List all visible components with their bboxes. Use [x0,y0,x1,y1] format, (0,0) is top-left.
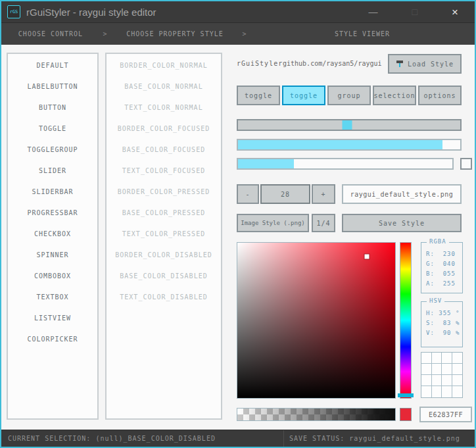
save-style-button[interactable]: Save Style [342,214,462,232]
hsv-value-row: S: 83 % [426,318,462,328]
swatch-cell[interactable] [432,364,442,375]
controls-list-item[interactable]: CHECKBOX [8,224,97,245]
properties-list-item[interactable]: TEXT_COLOR_PRESSED [107,224,221,245]
repo-url-label: github.com/raysan5/raygui [283,54,382,74]
breadcrumb-choose-control: CHOOSE CONTROL [1,30,100,37]
app-icon: rGS [7,5,20,18]
window-controls: — □ × [369,7,469,18]
properties-list: BORDER_COLOR_NORMALBASE_COLOR_NORMALTEXT… [105,53,222,420]
breadcrumb-separator: > [100,30,110,37]
swatch-cell[interactable] [442,353,452,364]
rgba-rows: R: 230G: 040B: 055A: 255 [421,243,462,289]
properties-list-item[interactable]: BASE_COLOR_NORMAL [107,76,221,97]
controls-list-item[interactable]: BUTTON [8,97,97,118]
load-style-button[interactable]: Load Style [388,54,462,74]
rgba-value-row: A: 255 [426,279,462,289]
value-bar-fill [238,159,294,168]
toggle-button[interactable]: toggle [237,86,280,105]
swatch-cell[interactable] [452,353,463,364]
swatch-cell[interactable] [452,364,463,375]
controls-list-item[interactable]: LABELBUTTON [8,76,97,97]
controls-list-item[interactable]: LISTVIEW [8,308,97,329]
properties-list-item[interactable]: TEXT_COLOR_DISABLED [107,287,221,308]
rgba-value-row: B: 055 [426,269,462,279]
swatch-cell[interactable] [432,375,442,386]
swatch-cell[interactable] [452,375,463,386]
properties-list-item[interactable]: TEXT_COLOR_FOCUSED [107,161,221,182]
controls-list-item[interactable]: TEXTBOX [8,287,97,308]
main-area: DEFAULTLABELBUTTONBUTTONTOGGLETOGGLEGROU… [1,45,475,430]
spinner-value[interactable]: 28 [260,184,310,204]
hue-bar[interactable] [400,242,412,399]
properties-list-item[interactable]: BORDER_COLOR_FOCUSED [107,118,221,139]
properties-list-item[interactable]: BORDER_COLOR_NORMAL [107,55,221,76]
swatch-cell[interactable] [421,353,432,364]
controls-list-item[interactable]: SLIDER [8,161,97,182]
hue-handle[interactable] [398,393,414,397]
swatch-cell[interactable] [442,386,452,397]
controls-list-item[interactable]: SPINNER [8,245,97,266]
controls-list: DEFAULTLABELBUTTONBUTTONTOGGLETOGGLEGROU… [7,53,99,420]
color-picker-panel[interactable] [237,242,396,399]
picker-marker[interactable] [364,255,369,259]
swatch-cell[interactable] [421,386,432,397]
hsv-value-row: H: 355 ° [426,309,462,318]
load-style-icon [396,60,404,68]
load-style-label: Load Style [408,61,454,68]
title-bar: rGS rGuiStyler - raygui style editor — □… [1,1,475,23]
color-swatch-grid[interactable] [421,352,463,398]
breadcrumb-style-viewer: STYLE VIEWER [250,30,475,37]
swatch-cell[interactable] [452,386,463,397]
alpha-bar[interactable] [237,408,396,421]
swatch-cell[interactable] [421,375,432,386]
toggle-button[interactable]: group [327,86,371,105]
properties-list-item[interactable]: BORDER_COLOR_DISABLED [107,245,221,266]
controls-list-item[interactable]: COMBOBOX [8,266,97,287]
checkbox[interactable] [460,158,472,170]
minimize-button[interactable]: — [369,7,378,16]
hsv-value-row: V: 90 % [426,328,462,338]
toggle-button[interactable]: toggle [282,86,325,105]
slider-handle[interactable] [342,120,352,130]
swatch-cell[interactable] [442,375,452,386]
controls-list-item[interactable]: TOGGLE [8,118,97,139]
close-button[interactable]: × [452,7,458,18]
picked-color-swatch [400,408,412,421]
swatch-cell[interactable] [432,353,442,364]
toggle-button[interactable]: selection [373,86,416,105]
toggle-button[interactable]: options [418,86,462,105]
breadcrumb: CHOOSE CONTROL > CHOOSE PROPERTY STYLE >… [1,23,475,45]
fraction-button[interactable]: 1/4 [312,214,335,232]
rgba-value-row: G: 040 [426,259,462,269]
properties-list-item[interactable]: BORDER_COLOR_PRESSED [107,182,221,203]
save-status: SAVE STATUS: raygui_default_style.png [284,430,475,447]
toggle-group: toggletogglegroupselectionoptions [237,86,462,105]
window-title: rGuiStyler - raygui style editor [26,7,156,18]
controls-list-item[interactable]: PROGRESSBAR [8,203,97,224]
breadcrumb-choose-property-style: CHOOSE PROPERTY STYLE [110,30,239,37]
swatch-cell[interactable] [421,364,432,375]
status-bar: CURRENT SELECTION: (null)_BASE_COLOR_DIS… [1,430,475,447]
hsv-rows: H: 355 °S: 83 %V: 90 % [421,302,462,338]
spinner-minus-button[interactable]: - [237,184,259,204]
filename-textbox[interactable]: raygui_default_style.png [342,184,462,204]
properties-list-item[interactable]: BASE_COLOR_FOCUSED [107,139,221,161]
app-window: rGS rGuiStyler - raygui style editor — □… [0,0,476,448]
value-bar[interactable] [237,158,454,170]
progressbar [237,139,462,151]
properties-list-item[interactable]: BASE_COLOR_PRESSED [107,203,221,224]
image-style-button[interactable]: Image Style (.png) [237,214,309,232]
controls-list-item[interactable]: TOGGLEGROUP [8,139,97,161]
breadcrumb-separator: > [239,30,250,37]
swatch-cell[interactable] [442,364,452,375]
controls-list-item[interactable]: SLIDERBAR [8,182,97,203]
controls-list-item[interactable]: DEFAULT [8,55,97,76]
controls-list-item[interactable]: COLORPICKER [8,329,97,350]
maximize-button[interactable]: □ [412,7,417,16]
hex-value-box[interactable]: E62837FF [419,407,472,422]
swatch-cell[interactable] [432,386,442,397]
spinner-plus-button[interactable]: + [312,184,335,204]
properties-list-item[interactable]: TEXT_COLOR_NORMAL [107,97,221,118]
properties-list-item[interactable]: BASE_COLOR_DISABLED [107,266,221,287]
slider[interactable] [237,119,462,131]
